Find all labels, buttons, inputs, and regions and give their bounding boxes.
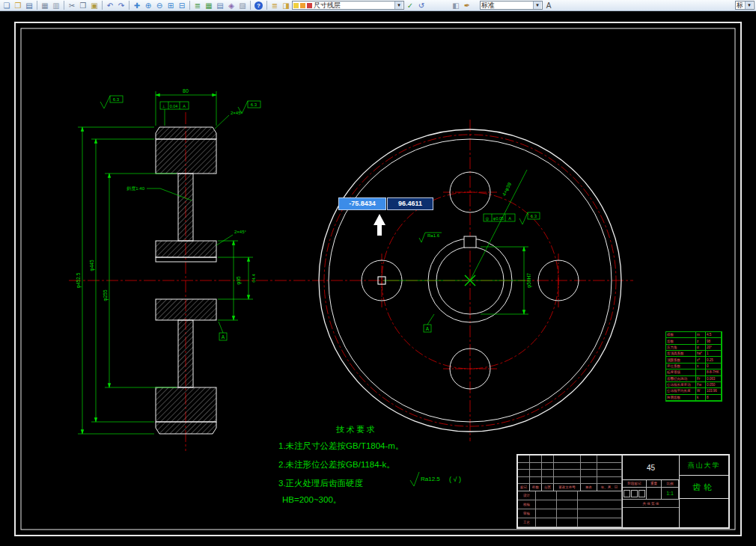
- part-name: 齿轮: [680, 476, 728, 499]
- param-value: 0.063: [706, 376, 722, 382]
- table-icon[interactable]: ▦: [204, 1, 214, 10]
- dim-bore: φ58H7: [526, 273, 532, 288]
- param-name: 顶隙系数: [666, 357, 696, 363]
- revision-cell: [581, 455, 597, 463]
- match-properties-icon[interactable]: ✒: [462, 1, 472, 10]
- revision-cell: [542, 470, 554, 477]
- dim-style-combo[interactable]: 标准▾: [735, 1, 755, 10]
- cut-icon[interactable]: ✂: [67, 1, 77, 10]
- title-block[interactable]: 标记处数分区更改文件号签名年、月、日 设计校核审核工艺 45 阶段标记 重量 比…: [516, 454, 730, 529]
- param-symbol: α: [696, 345, 706, 351]
- signature-cell: [557, 509, 578, 518]
- param-value: 1: [706, 351, 722, 357]
- param-symbol: W: [696, 388, 706, 394]
- chevron-down-icon[interactable]: ▾: [745, 1, 753, 10]
- signature-cell: [536, 491, 557, 500]
- copy-icon[interactable]: ❒: [78, 1, 88, 10]
- roughness-front: 6.3: [531, 214, 537, 218]
- signature-cell: [578, 500, 622, 509]
- dynamic-input-y[interactable]: 96.4611: [387, 197, 433, 210]
- toolbar-separator: [250, 1, 251, 10]
- layer-grid-icon[interactable]: ≣: [192, 1, 203, 10]
- revision-header-cell: 签名: [581, 484, 597, 491]
- tol-front-symbol: ◎: [486, 216, 490, 221]
- dim-taper: 斜度1:40: [126, 185, 144, 191]
- param-symbol: x: [696, 364, 706, 369]
- signature-label: 校核: [518, 500, 536, 509]
- signature-cell: [536, 518, 557, 527]
- pan-icon[interactable]: ✚: [132, 1, 142, 10]
- paste-icon[interactable]: ▣: [89, 1, 100, 10]
- layer-combo[interactable]: 尺寸线层▾: [292, 1, 404, 10]
- tol-left-datum: A: [183, 104, 186, 108]
- signature-cell: [578, 518, 622, 527]
- plot-icon[interactable]: ▦: [40, 1, 50, 10]
- revision-area: 标记处数分区更改文件号签名年、月、日 设计校核审核工艺: [518, 455, 623, 527]
- undo-icon[interactable]: ↶: [105, 1, 115, 10]
- layer-previous-icon[interactable]: ↺: [416, 1, 427, 10]
- revision-rows: [518, 455, 622, 484]
- style-combo[interactable]: 标准▾: [480, 1, 543, 10]
- redo-icon[interactable]: ↷: [116, 1, 126, 10]
- make-current-icon[interactable]: ✓: [405, 1, 415, 10]
- tol-left-value: 0.04: [170, 104, 178, 108]
- roughness-hub: Ra1.6: [427, 233, 440, 238]
- keyway-front: [464, 236, 476, 248]
- revision-cell: [530, 463, 542, 470]
- signature-cell: [536, 500, 557, 509]
- sheet-note: 共 张 第 张: [623, 500, 679, 508]
- open-file-icon[interactable]: ❐: [13, 1, 23, 10]
- weight-value: [647, 488, 662, 500]
- chevron-down-icon[interactable]: ▾: [394, 1, 403, 10]
- image-icon[interactable]: ▨: [237, 1, 248, 10]
- stage-headers: 阶段标记 重量 比例: [623, 480, 679, 488]
- dim-hub-chamfer: 2×45°: [234, 230, 247, 234]
- stage-mark-boxes: [623, 488, 647, 500]
- signature-rows: 设计校核审核工艺: [518, 491, 622, 527]
- zoom-previous-icon[interactable]: ⊟: [177, 1, 187, 10]
- text-style-icon[interactable]: A: [543, 1, 554, 10]
- save-file-icon[interactable]: ▤: [24, 1, 34, 10]
- material-cell: 45: [623, 455, 679, 480]
- zoom-out-icon[interactable]: ⊖: [154, 1, 165, 10]
- tol-left-symbol: ⊥: [162, 104, 166, 108]
- param-name: 变位系数: [666, 364, 696, 369]
- stage-label: 阶段标记: [623, 480, 647, 488]
- tol-front-value: φ0.05: [493, 216, 504, 221]
- gear-parameter-table[interactable]: 模数m4.5齿数z98压力角α20°齿顶高系数ha*1顶隙系数c*0.25变位系…: [665, 331, 722, 402]
- revision-cell: [542, 455, 554, 463]
- chevron-down-icon[interactable]: ▾: [533, 1, 541, 10]
- revision-header-cell: 分区: [542, 484, 554, 491]
- zoom-window-icon[interactable]: ⊞: [165, 1, 176, 10]
- revision-cell: [518, 463, 530, 470]
- zoom-in-icon[interactable]: ⊕: [143, 1, 153, 10]
- help-icon[interactable]: ?: [254, 1, 263, 10]
- tech-req-title: 技术要求: [336, 425, 377, 434]
- signature-cell: [578, 509, 622, 518]
- revision-cell: [518, 470, 530, 477]
- sheet-set-icon[interactable]: ▤: [215, 1, 225, 10]
- param-name: 齿圈径向跳动: [666, 376, 696, 382]
- revision-cell: [554, 455, 581, 463]
- layer-manager-icon[interactable]: ≣: [269, 1, 280, 10]
- param-value: 8-8-7HK: [706, 369, 722, 375]
- param-value: 0.25: [706, 357, 722, 363]
- param-name: 齿数: [666, 338, 696, 344]
- revision-cell: [597, 455, 622, 463]
- plot-preview-icon[interactable]: ▥: [51, 1, 61, 10]
- layer-status-icon: [293, 3, 299, 8]
- roughness-note-parens: ( √ ): [449, 476, 461, 483]
- properties-palette-icon[interactable]: ◧: [451, 1, 461, 10]
- layer-states-icon[interactable]: ◨: [281, 1, 291, 10]
- dynamic-input-x[interactable]: -75.8434: [338, 197, 386, 210]
- revision-cell: [597, 477, 622, 485]
- tech-req-line-3: 3.正火处理后齿面硬度: [278, 479, 364, 488]
- toolbar-separator: [129, 1, 129, 10]
- layer-combo-value: 尺寸线层: [314, 1, 341, 10]
- block-icon[interactable]: ◈: [226, 1, 237, 10]
- param-symbol: k: [696, 395, 706, 401]
- new-file-icon[interactable]: ❏: [1, 1, 12, 10]
- dim-root-dia: φ445: [89, 260, 95, 271]
- scale-value: 1:1: [662, 488, 679, 500]
- revision-headers: 标记处数分区更改文件号签名年、月、日: [518, 484, 622, 491]
